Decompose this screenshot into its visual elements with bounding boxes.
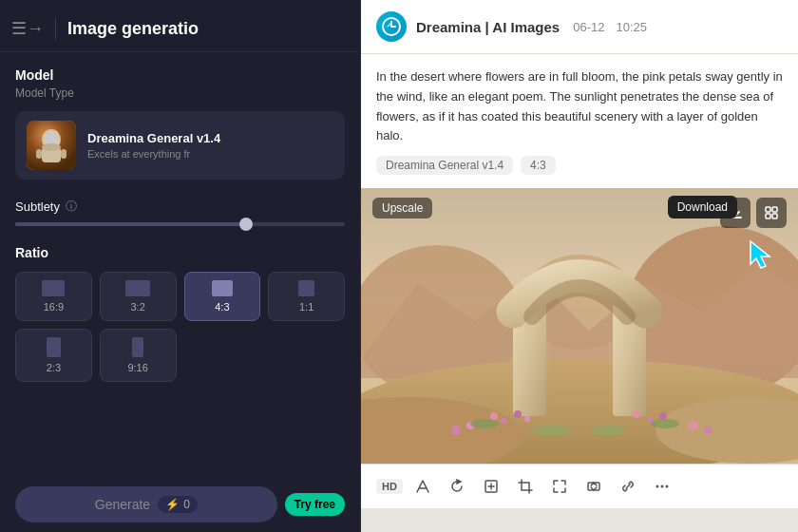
app-icon (376, 11, 407, 42)
ratio-text-1x1: 1:1 (299, 301, 314, 313)
model-thumbnail (27, 121, 76, 170)
svg-point-32 (532, 425, 570, 436)
empty-ratio-2 (268, 329, 345, 382)
svg-rect-35 (772, 207, 777, 212)
ratio-btn-1x1[interactable]: 1:1 (268, 272, 345, 321)
slider-track (15, 222, 345, 226)
try-free-badge[interactable]: Try free (285, 493, 345, 516)
ratio-icon-9x16 (132, 337, 143, 357)
credits-display: ⚡ 0 (158, 496, 198, 513)
svg-point-25 (659, 412, 667, 420)
image-overlay-top: Upscale (372, 198, 432, 218)
ratio-icon-4x3 (212, 280, 233, 296)
slider-fill (15, 222, 253, 226)
expand-button[interactable] (756, 198, 787, 228)
ratio-icon-2x3 (47, 337, 61, 357)
generated-image: Upscale Download (361, 188, 798, 464)
menu-icon[interactable]: ☰→ (11, 18, 44, 39)
image-container: Upscale Download (361, 188, 798, 532)
svg-point-4 (42, 143, 61, 151)
svg-point-19 (490, 412, 498, 420)
ratio-text-3x2: 3:2 (130, 301, 144, 313)
empty-ratio-1 (184, 329, 261, 382)
svg-rect-6 (61, 149, 66, 159)
ratio-btn-2x3[interactable]: 2:3 (15, 329, 92, 382)
meta-time: 10:25 (616, 20, 647, 34)
svg-rect-34 (766, 207, 770, 212)
ratio-grid-row2: 2:3 9:16 (15, 329, 345, 382)
ratio-text-9x16: 9:16 (127, 362, 147, 373)
description-text: In the desert where flowers are in full … (376, 67, 783, 146)
hd-badge[interactable]: HD (376, 479, 403, 494)
svg-point-41 (656, 485, 658, 488)
svg-rect-40 (588, 483, 599, 490)
expand-icon-btn[interactable] (545, 472, 574, 501)
model-sublabel: Model Type (15, 86, 345, 100)
model-card[interactable]: Dreamina General v1.4 Excels at everythi… (15, 111, 345, 180)
image-overlay-top-right: Download (720, 198, 787, 228)
ratio-text-2x3: 2:3 (47, 362, 61, 373)
app-name: Dreamina | AI Images (416, 19, 560, 35)
model-description: Excels at everything fr (87, 148, 333, 160)
svg-rect-18 (551, 340, 608, 416)
header-meta: 06-12 10:25 (573, 20, 647, 34)
more-icon-btn[interactable] (648, 472, 676, 501)
right-header: Dreamina | AI Images 06-12 10:25 (361, 0, 798, 54)
svg-point-43 (665, 485, 668, 488)
divider (55, 17, 56, 40)
svg-point-30 (470, 419, 499, 428)
slider-thumb[interactable] (239, 218, 253, 231)
link-icon-btn[interactable] (614, 472, 642, 501)
credits-icon: ⚡ (165, 498, 180, 511)
svg-rect-36 (766, 214, 770, 218)
svg-point-42 (660, 485, 663, 488)
meta-date: 06-12 (573, 20, 604, 34)
enhance-icon-btn[interactable] (408, 472, 437, 501)
ratio-btn-3x2[interactable]: 3:2 (100, 272, 177, 321)
upscale-icon-btn[interactable] (477, 472, 505, 501)
tag-ratio: 4:3 (521, 156, 556, 175)
cursor-arrow (747, 238, 781, 276)
svg-point-33 (591, 425, 625, 436)
svg-point-20 (501, 418, 506, 424)
ratio-btn-16x9[interactable]: 16:9 (15, 272, 92, 321)
ratio-text-4x3: 4:3 (215, 301, 229, 313)
ratio-icon-1x1 (298, 280, 314, 296)
left-header: ☰→ Image generatio (0, 0, 360, 52)
right-panel: Dreamina | AI Images 06-12 10:25 In the … (361, 0, 798, 532)
download-tooltip: Download (668, 196, 737, 218)
image-bottom-bar: HD (361, 464, 798, 508)
ratio-grid-row1: 16:9 3:2 4:3 1:1 (15, 272, 345, 321)
svg-point-28 (689, 421, 698, 430)
subtlety-label: Subtlety (15, 200, 60, 214)
subtlety-row: Subtlety ⓘ (15, 199, 345, 215)
ratio-btn-9x16[interactable]: 9:16 (100, 329, 177, 382)
svg-point-21 (514, 410, 522, 418)
ratio-icon-16x9 (42, 280, 65, 296)
model-name: Dreamina General v1.4 (87, 131, 333, 145)
ratio-text-16x9: 16:9 (44, 301, 64, 313)
left-panel: ☰→ Image generatio Model Model Type (0, 0, 361, 532)
svg-rect-37 (772, 214, 777, 218)
refresh-icon-btn[interactable] (443, 472, 471, 501)
svg-point-29 (704, 427, 712, 434)
tags-row: Dreamina General v1.4 4:3 (376, 156, 783, 175)
generate-bar: Generate ⚡ 0 Try free (0, 477, 360, 532)
subtlety-slider[interactable] (15, 222, 345, 226)
ratio-btn-4x3[interactable]: 4:3 (184, 272, 261, 321)
svg-point-26 (451, 426, 461, 435)
info-icon: ⓘ (66, 199, 77, 215)
ratio-label: Ratio (15, 245, 345, 260)
svg-rect-5 (36, 149, 42, 159)
svg-point-22 (524, 416, 530, 422)
credits-value: 0 (183, 498, 190, 511)
crop-icon-btn[interactable] (511, 472, 540, 501)
svg-point-31 (651, 419, 679, 428)
generate-button[interactable]: Generate ⚡ 0 (15, 486, 277, 522)
flip-icon-btn[interactable] (580, 472, 608, 501)
model-label: Model (15, 67, 345, 83)
svg-marker-38 (750, 241, 770, 268)
right-body: In the desert where flowers are in full … (361, 54, 798, 188)
generate-label: Generate (95, 497, 150, 512)
model-info: Dreamina General v1.4 Excels at everythi… (87, 131, 333, 160)
